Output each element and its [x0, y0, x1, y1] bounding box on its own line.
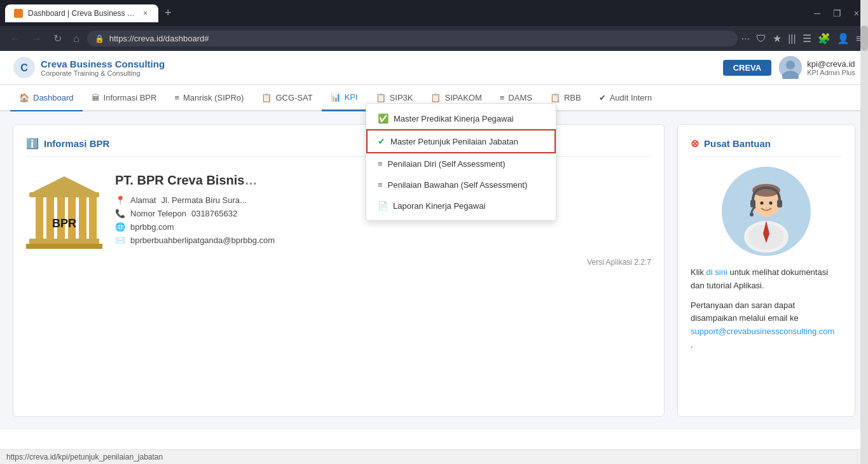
- version-text: Versi Aplikasi 2.2.7: [115, 258, 651, 267]
- informasi-bpr-icon: 🏛: [92, 93, 100, 102]
- dropdown-label-master-petunjuk: Master Petunjuk Penilaian Jabatan: [390, 137, 518, 146]
- logo-icon: C: [13, 56, 36, 79]
- pusat-bantuan-title: Pusat Bantuan: [704, 138, 771, 149]
- back-button[interactable]: ←: [6, 31, 24, 47]
- app-container: C Creva Business Consulting Corporate Tr…: [0, 51, 868, 430]
- nav-item-gcg-sat[interactable]: 📋 GCG-SAT: [252, 85, 321, 111]
- info-bpr-card: ℹ️ Informasi BPR: [13, 124, 665, 417]
- nav-item-manrisk[interactable]: ≡ Manrisk (SIPRo): [165, 85, 252, 111]
- svg-rect-13: [29, 239, 99, 244]
- location-icon: 📍: [115, 195, 125, 205]
- dropdown-label-laporan-kinerja: Laporan Kinerja Pegawai: [393, 201, 485, 211]
- nav-label-gcg-sat: GCG-SAT: [275, 93, 312, 102]
- svg-point-24: [750, 213, 754, 216]
- sipakom-icon: 📋: [431, 93, 441, 102]
- check-circle-icon: ✅: [378, 113, 389, 123]
- svg-marker-6: [32, 176, 96, 192]
- bookmark-star-icon[interactable]: ★: [773, 32, 782, 45]
- logo-text: Creva Business Consulting Corporate Trai…: [41, 59, 165, 77]
- svg-text:BPR: BPR: [52, 217, 76, 230]
- home-button[interactable]: ⌂: [69, 31, 83, 47]
- help-link[interactable]: di sini: [706, 267, 727, 277]
- user-role: KPI Admin Plus: [807, 69, 855, 76]
- rbb-icon: 📋: [550, 93, 560, 102]
- browser-chrome: Dashboard | Creva Business Co... × + ─ ❐…: [0, 0, 868, 51]
- forward-button[interactable]: →: [28, 31, 46, 47]
- shield-icon[interactable]: 🛡: [756, 33, 766, 45]
- more-options-icon[interactable]: ···: [741, 33, 750, 45]
- creva-badge[interactable]: CREVA: [723, 60, 772, 76]
- new-tab-button[interactable]: +: [158, 4, 178, 22]
- user-avatar: [779, 56, 802, 79]
- dropdown-item-penilaian-bawahan[interactable]: ≡ Penilaian Bawahan (Self Assessment): [366, 174, 556, 195]
- address-bar[interactable]: 🔒 https://creva.id/dashboard#: [87, 31, 738, 46]
- list-icon-1: ≡: [378, 159, 383, 169]
- info-bpr-header: ℹ️ Informasi BPR: [26, 137, 651, 157]
- svg-point-25: [761, 202, 764, 205]
- status-bar: https://creva.id/kpi/petunjuk_penilaian_…: [0, 449, 868, 464]
- info-bpr-title: Informasi BPR: [44, 138, 109, 149]
- nav-item-dashboard[interactable]: 🏠 Dashboard: [10, 85, 83, 111]
- svg-rect-5: [29, 192, 99, 197]
- user-details: kpi@creva.id KPI Admin Plus: [807, 59, 855, 76]
- logo-sub: Corporate Training & Consulting: [41, 69, 165, 77]
- extensions-icon[interactable]: 🧩: [818, 32, 830, 45]
- check-filled-icon: ✔: [378, 136, 385, 146]
- nav-item-informasi-bpr[interactable]: 🏛 Informasi BPR: [83, 85, 166, 111]
- dropdown-item-laporan-kinerja[interactable]: 📄 Laporan Kinerja Pegawai: [366, 195, 556, 216]
- maximize-button[interactable]: ❐: [829, 7, 845, 20]
- svg-rect-7: [36, 197, 43, 239]
- bpr-address-value: Jl. Permata Biru Sura...: [161, 195, 246, 205]
- help-text-pertanyaan: Pertanyaan dan saran dapat disampaikan m…: [691, 300, 799, 323]
- bpr-phone-label: Nomor Telepon: [130, 209, 186, 218]
- help-circle-icon: ⊗: [691, 137, 699, 150]
- logo-brand: Creva Business Consulting: [41, 59, 165, 69]
- help-text: Klik di sini untuk melihat dokumentasi d…: [691, 266, 842, 352]
- svg-text:C: C: [20, 62, 28, 73]
- logo: C Creva Business Consulting Corporate Tr…: [13, 56, 165, 79]
- bpr-address-label: Alamat: [130, 195, 156, 205]
- help-text-klik: Klik: [691, 267, 706, 277]
- bpr-email-value: bprberbuahberlipatganda@bprbbg.com: [130, 236, 275, 245]
- top-right: CREVA kpi@creva.id KPI Admin Plus: [723, 56, 855, 79]
- reload-button[interactable]: ↻: [50, 30, 65, 47]
- dashboard-icon: 🏠: [19, 93, 29, 102]
- dropdown-label-master-predikat: Master Predikat Kinerja Pegawai: [394, 114, 514, 123]
- window-controls: ─ ❐ ×: [810, 7, 863, 20]
- scrollbar[interactable]: [860, 0, 868, 464]
- help-email[interactable]: support@crevabusinessconsulting.com: [691, 327, 834, 336]
- dropdown-item-penilaian-diri[interactable]: ≡ Penilaian Diri (Self Assessment): [366, 153, 556, 174]
- bpr-phone-value: 0318765632: [191, 209, 237, 218]
- tab-title: Dashboard | Creva Business Co...: [28, 9, 136, 18]
- dropdown-item-master-predikat[interactable]: ✅ Master Predikat Kinerja Pegawai: [366, 108, 556, 129]
- sip3k-icon: 📋: [376, 93, 386, 102]
- active-tab[interactable]: Dashboard | Creva Business Co... ×: [5, 4, 158, 22]
- doc-icon: 📄: [378, 201, 388, 211]
- minimize-button[interactable]: ─: [810, 7, 824, 20]
- kpi-dropdown-menu: ✅ Master Predikat Kinerja Pegawai ✔ Mast…: [366, 103, 556, 221]
- dropdown-label-penilaian-bawahan: Penilaian Bawahan (Self Assessment): [388, 180, 528, 190]
- dropdown-label-penilaian-diri: Penilaian Diri (Self Assessment): [388, 159, 506, 169]
- nav-item-kpi[interactable]: 📊 KPI: [322, 85, 367, 111]
- reading-mode-icon[interactable]: ☰: [803, 32, 811, 45]
- kpi-icon: 📊: [331, 92, 341, 102]
- nav-item-audit-intern[interactable]: ✔ Audit Intern: [590, 85, 661, 111]
- tab-close-btn[interactable]: ×: [141, 8, 149, 18]
- help-avatar: [722, 167, 811, 256]
- svg-rect-14: [26, 244, 102, 249]
- scrollbar-thumb[interactable]: [860, 25, 868, 51]
- account-icon[interactable]: 👤: [837, 32, 850, 45]
- svg-rect-12: [89, 197, 97, 239]
- svg-point-26: [769, 202, 773, 205]
- nav-label-manrisk: Manrisk (SIPRo): [183, 93, 244, 102]
- bpr-logo: BPR: [26, 173, 102, 258]
- manrisk-icon: ≡: [174, 93, 179, 102]
- tab-favicon: [14, 9, 23, 18]
- user-email: kpi@creva.id: [807, 59, 855, 69]
- browser-titlebar: Dashboard | Creva Business Co... × + ─ ❐…: [0, 0, 868, 26]
- dropdown-item-master-petunjuk[interactable]: ✔ Master Petunjuk Penilaian Jabatan: [366, 129, 556, 153]
- top-bar: C Creva Business Consulting Corporate Tr…: [0, 51, 868, 85]
- bpr-email: ✉️ bprberbuahberlipatganda@bprbbg.com: [115, 236, 651, 245]
- nav-label-audit-intern: Audit Intern: [610, 93, 652, 102]
- bookmarks-icon[interactable]: |||: [788, 33, 796, 45]
